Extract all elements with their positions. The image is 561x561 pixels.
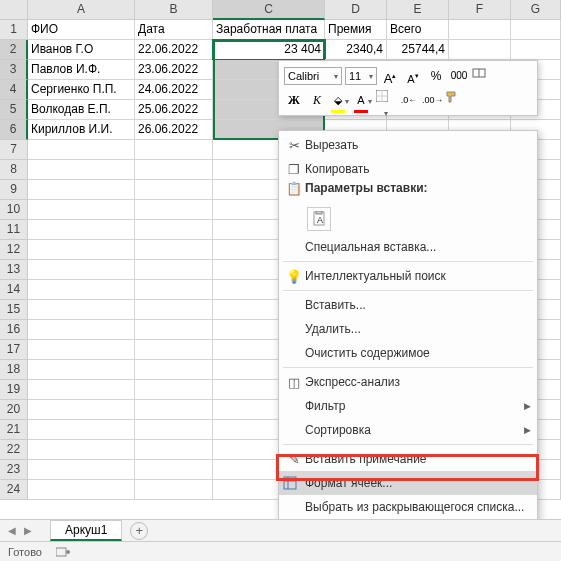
row-header-2[interactable]: 2 xyxy=(0,40,28,60)
row-header-5[interactable]: 5 xyxy=(0,100,28,120)
cell-A7[interactable] xyxy=(28,140,135,160)
cell-B6[interactable]: 26.06.2022 xyxy=(135,120,213,140)
cell-A4[interactable]: Сергиенко П.П. xyxy=(28,80,135,100)
row-header-16[interactable]: 16 xyxy=(0,320,28,340)
format-painter-icon[interactable] xyxy=(445,90,465,110)
cell-B12[interactable] xyxy=(135,240,213,260)
paste-option-button[interactable]: A xyxy=(307,207,331,231)
row-header-7[interactable]: 7 xyxy=(0,140,28,160)
col-header-B[interactable]: B xyxy=(135,0,213,20)
col-header-A[interactable]: A xyxy=(28,0,135,20)
cell-F1[interactable] xyxy=(449,20,511,40)
cell-B3[interactable]: 23.06.2022 xyxy=(135,60,213,80)
cell-E1[interactable]: Всего xyxy=(387,20,449,40)
menu-clear[interactable]: Очистить содержимое xyxy=(279,341,537,365)
borders-button[interactable]: ▾ xyxy=(376,90,396,110)
cell-B13[interactable] xyxy=(135,260,213,280)
cell-A8[interactable] xyxy=(28,160,135,180)
cell-A19[interactable] xyxy=(28,380,135,400)
cell-A10[interactable] xyxy=(28,200,135,220)
col-header-D[interactable]: D xyxy=(325,0,387,20)
cell-G1[interactable] xyxy=(511,20,561,40)
cell-B2[interactable]: 22.06.2022 xyxy=(135,40,213,60)
row-header-17[interactable]: 17 xyxy=(0,340,28,360)
cell-A11[interactable] xyxy=(28,220,135,240)
cell-A24[interactable] xyxy=(28,480,135,500)
cell-A2[interactable]: Иванов Г.О xyxy=(28,40,135,60)
prev-sheet-icon[interactable]: ◀ xyxy=(8,525,16,536)
cell-B1[interactable]: Дата xyxy=(135,20,213,40)
cell-A14[interactable] xyxy=(28,280,135,300)
next-sheet-icon[interactable]: ▶ xyxy=(24,525,32,536)
cell-A17[interactable] xyxy=(28,340,135,360)
cell-B22[interactable] xyxy=(135,440,213,460)
row-header-13[interactable]: 13 xyxy=(0,260,28,280)
cell-A9[interactable] xyxy=(28,180,135,200)
cell-A22[interactable] xyxy=(28,440,135,460)
italic-button[interactable]: К xyxy=(307,90,327,110)
row-header-23[interactable]: 23 xyxy=(0,460,28,480)
font-selector[interactable]: Calibri▾ xyxy=(284,67,342,85)
cell-B14[interactable] xyxy=(135,280,213,300)
cell-B10[interactable] xyxy=(135,200,213,220)
cell-A5[interactable]: Волкодав Е.П. xyxy=(28,100,135,120)
cell-D2[interactable]: 2340,4 xyxy=(325,40,387,60)
menu-quick-analysis[interactable]: ◫ Экспресс-анализ xyxy=(279,370,537,394)
row-header-9[interactable]: 9 xyxy=(0,180,28,200)
menu-paste-special[interactable]: Специальная вставка... xyxy=(279,235,537,259)
cell-G2[interactable] xyxy=(511,40,561,60)
menu-format-cells[interactable]: Формат ячеек... xyxy=(279,471,537,495)
cell-B23[interactable] xyxy=(135,460,213,480)
cell-A6[interactable]: Кириллов И.И. xyxy=(28,120,135,140)
menu-pick-from-list[interactable]: Выбрать из раскрывающегося списка... xyxy=(279,495,537,519)
menu-smart-lookup[interactable]: 💡 Интеллектуальный поиск xyxy=(279,264,537,288)
row-header-6[interactable]: 6 xyxy=(0,120,28,140)
font-color-button[interactable]: A▾ xyxy=(353,90,373,110)
row-header-15[interactable]: 15 xyxy=(0,300,28,320)
font-size-selector[interactable]: 11▾ xyxy=(345,67,377,85)
row-header-20[interactable]: 20 xyxy=(0,400,28,420)
increase-font-icon[interactable]: A▴ xyxy=(380,66,400,86)
cell-B16[interactable] xyxy=(135,320,213,340)
col-header-F[interactable]: F xyxy=(449,0,511,20)
cell-A21[interactable] xyxy=(28,420,135,440)
cell-B21[interactable] xyxy=(135,420,213,440)
cell-C1[interactable]: Заработная плата xyxy=(213,20,325,40)
row-header-22[interactable]: 22 xyxy=(0,440,28,460)
menu-insert[interactable]: Вставить... xyxy=(279,293,537,317)
cell-A23[interactable] xyxy=(28,460,135,480)
cell-C2[interactable]: 23 404 xyxy=(213,40,325,60)
col-header-G[interactable]: G xyxy=(511,0,561,20)
menu-copy[interactable]: ❐ Копировать xyxy=(279,157,537,181)
add-sheet-button[interactable]: + xyxy=(130,522,148,540)
cell-B19[interactable] xyxy=(135,380,213,400)
row-header-21[interactable]: 21 xyxy=(0,420,28,440)
cell-A18[interactable] xyxy=(28,360,135,380)
select-all-corner[interactable] xyxy=(0,0,28,20)
cell-B17[interactable] xyxy=(135,340,213,360)
cell-B8[interactable] xyxy=(135,160,213,180)
increase-decimal-icon[interactable]: .00→ xyxy=(422,90,442,110)
row-header-8[interactable]: 8 xyxy=(0,160,28,180)
menu-delete[interactable]: Удалить... xyxy=(279,317,537,341)
cell-E2[interactable]: 25744,4 xyxy=(387,40,449,60)
merge-icon[interactable] xyxy=(472,66,492,86)
cell-B15[interactable] xyxy=(135,300,213,320)
decrease-font-icon[interactable]: A▾ xyxy=(403,66,423,86)
row-header-19[interactable]: 19 xyxy=(0,380,28,400)
cell-A15[interactable] xyxy=(28,300,135,320)
cell-A12[interactable] xyxy=(28,240,135,260)
menu-sort[interactable]: Сортировка ▶ xyxy=(279,418,537,442)
cell-A13[interactable] xyxy=(28,260,135,280)
row-header-10[interactable]: 10 xyxy=(0,200,28,220)
cell-B24[interactable] xyxy=(135,480,213,500)
macro-record-icon[interactable] xyxy=(56,546,70,558)
cell-A1[interactable]: ФИО xyxy=(28,20,135,40)
currency-icon[interactable]: % xyxy=(426,66,446,86)
menu-cut[interactable]: ✂ Вырезать xyxy=(279,133,537,157)
row-header-4[interactable]: 4 xyxy=(0,80,28,100)
menu-filter[interactable]: Фильтр ▶ xyxy=(279,394,537,418)
row-header-24[interactable]: 24 xyxy=(0,480,28,500)
cell-F2[interactable] xyxy=(449,40,511,60)
cell-A3[interactable]: Павлов И.Ф. xyxy=(28,60,135,80)
